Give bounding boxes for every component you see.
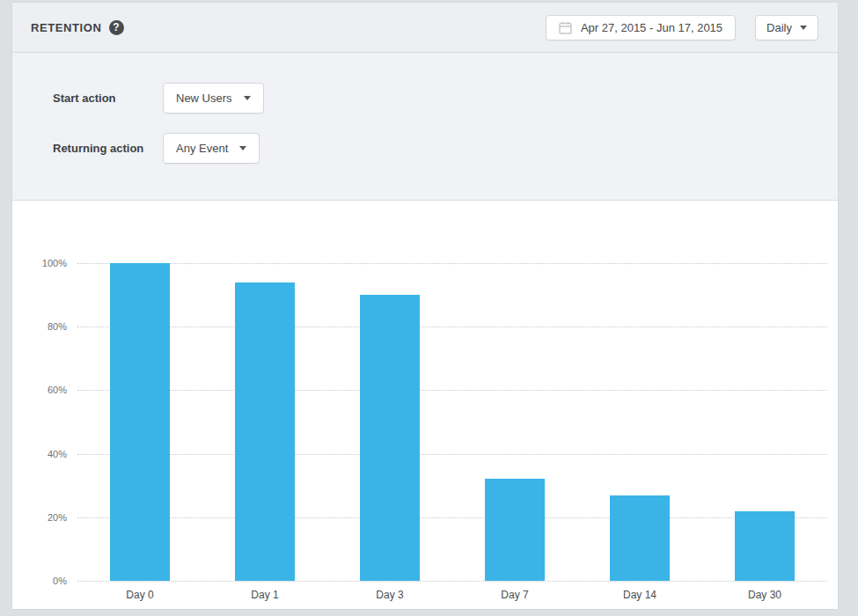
- page-title: RETENTION: [31, 21, 102, 34]
- y-axis-tick-label: 60%: [48, 385, 67, 395]
- returning-action-label: Returning action: [53, 142, 163, 155]
- bar-day-0[interactable]: [110, 263, 170, 581]
- returning-action-dropdown[interactable]: Any Event: [163, 133, 260, 164]
- y-axis-tick-label: 100%: [42, 258, 67, 268]
- date-range-picker[interactable]: Apr 27, 2015 - Jun 17, 2015: [546, 15, 736, 40]
- filters-section: Start action New Users Returning action …: [12, 53, 838, 201]
- gridline-100: [77, 263, 827, 264]
- x-axis-label: Day 0: [126, 589, 153, 601]
- retention-card: RETENTION ? Apr 27, 2015 - Jun 17, 2015 …: [12, 3, 838, 609]
- y-axis-tick-label: 80%: [48, 321, 67, 332]
- gridline-40: [77, 454, 827, 455]
- start-action-value: New Users: [176, 92, 232, 105]
- gridline-60: [77, 390, 827, 391]
- header: RETENTION ? Apr 27, 2015 - Jun 17, 2015 …: [12, 3, 838, 53]
- bar-day-14[interactable]: [610, 495, 670, 581]
- x-axis-label: Day 7: [501, 589, 528, 601]
- bar-day-7[interactable]: [485, 479, 545, 581]
- returning-action-value: Any Event: [176, 142, 228, 155]
- returning-action-row: Returning action Any Event: [53, 133, 260, 164]
- x-axis-label: Day 3: [376, 589, 403, 601]
- x-axis-label: Day 1: [251, 589, 278, 601]
- x-axis-label: Day 14: [623, 589, 656, 601]
- granularity-label: Daily: [766, 21, 792, 34]
- y-axis-tick-label: 40%: [48, 449, 67, 459]
- bar-day-1[interactable]: [235, 282, 295, 581]
- title-wrap: RETENTION ?: [31, 20, 124, 35]
- bar-day-30[interactable]: [735, 511, 795, 581]
- caret-down-icon: [239, 146, 246, 150]
- calendar-icon: [559, 21, 572, 34]
- gridline-0: [77, 581, 827, 582]
- granularity-dropdown[interactable]: Daily: [755, 15, 818, 40]
- header-controls: Apr 27, 2015 - Jun 17, 2015 Daily: [546, 15, 818, 40]
- y-axis-tick-label: 0%: [53, 576, 67, 586]
- retention-chart: 0%20%40%60%80%100%Day 0Day 1Day 3Day 7Da…: [12, 201, 838, 608]
- gridline-20: [77, 517, 827, 518]
- caret-down-icon: [800, 26, 807, 30]
- gridline-80: [77, 326, 827, 327]
- y-axis-tick-label: 20%: [48, 512, 67, 523]
- start-action-label: Start action: [53, 92, 163, 105]
- bar-day-3[interactable]: [360, 295, 420, 581]
- start-action-row: Start action New Users: [53, 83, 264, 114]
- date-range-label: Apr 27, 2015 - Jun 17, 2015: [581, 21, 722, 34]
- x-axis-label: Day 30: [748, 589, 781, 601]
- caret-down-icon: [244, 96, 251, 100]
- start-action-dropdown[interactable]: New Users: [163, 83, 264, 114]
- help-icon[interactable]: ?: [109, 20, 124, 35]
- bar-chart-plot: 0%20%40%60%80%100%Day 0Day 1Day 3Day 7Da…: [77, 263, 827, 581]
